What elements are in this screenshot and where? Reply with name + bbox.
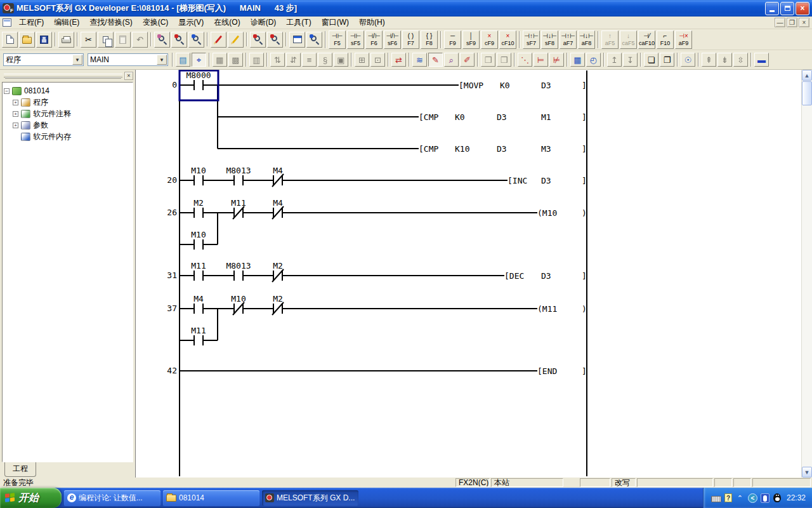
tree-root[interactable]: − 081014: [4, 85, 131, 97]
ime-help-icon[interactable]: ?: [724, 493, 732, 502]
falling-pulse-parallel-button[interactable]: ⊣↓⊢aF8: [578, 30, 595, 49]
tree-item-program[interactable]: +程序: [4, 97, 131, 108]
panel-drag-handle[interactable]: [4, 74, 122, 77]
monitor-window-button[interactable]: ▬: [754, 53, 769, 67]
tree-item-parameter[interactable]: +参数: [4, 119, 131, 131]
show-hidden-icons[interactable]: ⌃: [735, 493, 745, 503]
forced-input-button[interactable]: ⊨: [534, 53, 548, 67]
tree-item-device-memory[interactable]: 软元件内存: [4, 131, 131, 142]
cut-button[interactable]: ✂: [81, 32, 96, 48]
menu-item-tools[interactable]: 工具(T): [281, 16, 316, 30]
mdi-close-button[interactable]: ×: [799, 18, 809, 27]
rising-pulse-button[interactable]: ⊣↑⊢sF7: [523, 30, 540, 49]
clock-setting-button[interactable]: ◴: [586, 53, 601, 67]
clock[interactable]: 22:32: [787, 493, 806, 502]
mdi-restore-button[interactable]: ❐: [787, 18, 797, 27]
keyboard-tray-icon[interactable]: [711, 496, 721, 502]
horizontal-line-button[interactable]: ─F9: [444, 30, 461, 49]
tree-item-device-comment[interactable]: +软元件注释: [4, 108, 131, 119]
application-instruction-button[interactable]: { }F8: [421, 30, 438, 49]
zoom-in-button[interactable]: [267, 32, 283, 48]
step-ladder-button[interactable]: ⌐F10: [657, 30, 674, 49]
task-folder-081014[interactable]: 081014: [163, 490, 259, 506]
menu-item-project[interactable]: 工程(F): [14, 16, 49, 30]
task-melsoft[interactable]: MELSOFT系列 GX D...: [262, 490, 358, 506]
zoom-out-button[interactable]: [250, 32, 266, 48]
qq-icon[interactable]: [773, 493, 781, 502]
monitor-write-mode-button[interactable]: ✐: [460, 53, 475, 67]
menu-item-online[interactable]: 在线(O): [209, 16, 245, 30]
open-contact-button[interactable]: ⊣⊢F5: [329, 30, 346, 49]
language-bar-icon[interactable]: <: [748, 493, 757, 503]
expand-icon[interactable]: +: [13, 100, 18, 105]
collapse-icon[interactable]: −: [4, 88, 10, 94]
invert-operation-result-button[interactable]: ⊣⁄caF10: [638, 30, 655, 49]
delete-result-button[interactable]: ⊣×aF9: [675, 30, 692, 49]
vertical-line-button[interactable]: │sF9: [462, 30, 480, 49]
program-name-combo[interactable]: MAIN ▼: [88, 53, 168, 66]
falling-pulse-button[interactable]: ⊣↓⊢sF8: [541, 30, 558, 49]
menu-item-diagnostics[interactable]: 诊断(D): [246, 16, 282, 30]
device-batch-monitor-icon: ▥: [252, 56, 260, 64]
mdi-child-icon[interactable]: [3, 18, 11, 27]
write-mode-button[interactable]: ✎: [428, 53, 443, 67]
chevron-down-icon[interactable]: ▼: [157, 55, 167, 65]
forced-output-button[interactable]: ⊭: [549, 53, 564, 67]
device-comment-edit-button[interactable]: [211, 32, 226, 48]
scroll-down-icon[interactable]: ▼: [802, 467, 812, 478]
closed-contact-parallel-button[interactable]: ⊣/⊢sF6: [384, 30, 401, 49]
scroll-up-icon[interactable]: ▲: [802, 70, 812, 81]
menu-item-convert[interactable]: 变换(C): [138, 16, 174, 30]
menu-item-find-replace[interactable]: 查找/替换(S): [84, 16, 137, 30]
closed-contact-button[interactable]: ⊣/⊢F6: [365, 30, 383, 49]
vertical-scrollbar[interactable]: ▲ ▼: [801, 70, 812, 478]
data-type-combo[interactable]: 程序 ▼: [3, 53, 84, 66]
open-contact-parallel-button[interactable]: ⊣⊢sF5: [347, 30, 364, 49]
start-button[interactable]: 开始: [0, 488, 62, 508]
project-navigation-button[interactable]: ⌖: [192, 53, 206, 67]
open-button[interactable]: [19, 32, 35, 48]
tab-project[interactable]: 工程: [4, 462, 36, 477]
restore-button[interactable]: [780, 2, 794, 15]
find-button[interactable]: [154, 32, 170, 48]
device-test-button[interactable]: ⋱: [518, 53, 532, 67]
program-check-button[interactable]: ▤: [176, 53, 190, 67]
new-button[interactable]: [2, 32, 18, 48]
project-data-list-button[interactable]: [289, 32, 305, 48]
menu-item-help[interactable]: 帮助(H): [354, 16, 390, 30]
copy-button[interactable]: [98, 32, 114, 48]
ladder-conversion-button[interactable]: ⇄: [391, 53, 406, 67]
print-button[interactable]: [58, 32, 74, 48]
scrollbar-thumb[interactable]: [802, 81, 812, 105]
window-arrange-button[interactable]: ❐: [660, 53, 674, 67]
menu-item-view[interactable]: 显示(V): [173, 16, 209, 30]
delete-vertical-line-button[interactable]: ×cF10: [499, 30, 516, 49]
expand-icon[interactable]: +: [13, 111, 18, 117]
read-mode-button[interactable]: ⌕: [444, 53, 459, 67]
save-button[interactable]: [36, 32, 52, 48]
close-button[interactable]: ×: [796, 2, 809, 15]
coil-button[interactable]: ( )F7: [402, 30, 419, 49]
mdi-minimize-button[interactable]: —: [775, 18, 785, 27]
find-device-button[interactable]: [171, 32, 187, 48]
ladder-canvas[interactable]: M8000M10M8013M4M2M11M4M10M11M8013M2M4M10…: [136, 70, 799, 478]
expand-icon[interactable]: +: [13, 123, 18, 128]
remote-operation-button[interactable]: ☉: [681, 53, 695, 67]
rising-pulse-parallel-button[interactable]: ⊣↑⊢aF7: [560, 30, 577, 49]
window-new-button[interactable]: ❏: [644, 53, 658, 67]
comment-display-button[interactable]: ≋: [412, 53, 427, 67]
task-ie-discussion[interactable]: e编程讨论: 让数值...: [64, 490, 160, 506]
delete-horizontal-line-button[interactable]: ×cF9: [481, 30, 498, 49]
menu-item-window[interactable]: 窗口(W): [317, 16, 354, 30]
minimize-button[interactable]: [765, 2, 779, 15]
help-search-button[interactable]: [306, 32, 322, 48]
input-method-icon[interactable]: [761, 493, 769, 503]
find-instruction-button[interactable]: [188, 32, 204, 48]
program-memory-button[interactable]: ▦: [570, 53, 585, 67]
menu-item-edit[interactable]: 编辑(E): [49, 16, 84, 30]
chevron-down-icon[interactable]: ▼: [72, 55, 82, 65]
ladder-editor[interactable]: M8000M10M8013M4M2M11M4M10M11M8013M2M4M10…: [135, 70, 812, 478]
monitor-registered-button: ▩: [228, 53, 243, 67]
panel-close-icon[interactable]: ×: [124, 72, 133, 80]
statement-edit-button[interactable]: [228, 32, 244, 48]
